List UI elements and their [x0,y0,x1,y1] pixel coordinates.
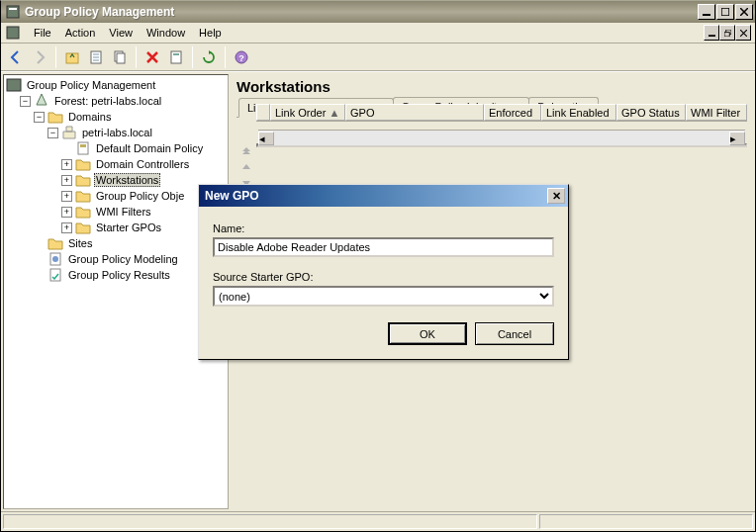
tree-default-policy[interactable]: Default Domain Policy [61,140,228,156]
filter-button[interactable] [165,46,187,68]
menu-view[interactable]: View [102,25,140,41]
mdi-close-button[interactable] [735,25,751,41]
mdi-minimize-button[interactable] [704,25,719,41]
close-button[interactable] [735,4,753,20]
tree-domains[interactable]: − Domains [34,109,228,125]
tree-domain-controllers[interactable]: +Domain Controllers [61,156,228,172]
refresh-button[interactable] [198,46,220,68]
folder-icon [75,204,91,220]
mdi-icon [5,25,21,41]
sites-icon [47,235,63,251]
sort-asc-icon: ▲ [329,107,339,119]
menubar: File Action View Window Help [1,23,755,44]
copy-button[interactable] [109,46,131,68]
menu-action[interactable]: Action [58,25,103,41]
app-icon [5,4,21,20]
col-wmi-filter[interactable]: WMI Filter [686,104,747,121]
properties-button[interactable] [85,46,107,68]
move-up-icon[interactable] [240,161,252,173]
statusbar-main [3,514,537,529]
back-button[interactable] [5,46,27,68]
collapse-icon[interactable]: − [34,112,45,123]
content-title: Workstations [236,78,747,95]
delete-button[interactable] [142,46,163,68]
cancel-button[interactable]: Cancel [475,322,554,345]
dialog-titlebar[interactable]: New GPO ✕ [199,185,568,207]
col-enforced[interactable]: Enforced [484,104,541,121]
scroll-right-button[interactable]: ▸ [729,132,745,145]
svg-rect-12 [171,51,181,63]
svg-rect-0 [7,6,19,18]
expand-icon[interactable]: + [61,207,72,218]
ok-button[interactable]: OK [388,322,467,345]
results-icon [47,267,63,283]
svg-rect-17 [78,142,88,154]
collapse-icon[interactable]: − [47,128,58,138]
svg-point-20 [52,256,58,262]
dialog-title: New GPO [205,189,547,203]
svg-rect-2 [703,14,710,16]
col-icon[interactable] [256,104,270,121]
tree-pane[interactable]: Group Policy Management − Forest: petri-… [3,74,229,509]
help-button[interactable]: ? [231,46,252,68]
ou-icon [75,156,91,172]
domain-icon [61,125,77,140]
forward-button[interactable] [29,46,50,68]
grid-header: Link Order ▲ GPO Enforced Link Enabled G… [256,104,747,122]
statusbar [1,511,755,531]
expand-icon[interactable]: + [61,159,72,170]
col-link-order[interactable]: Link Order ▲ [270,104,345,121]
svg-rect-16 [7,79,21,91]
expand-icon[interactable]: + [61,222,72,233]
window-title: Group Policy Management [25,5,698,19]
menu-window[interactable]: Window [140,25,192,41]
modeling-icon [47,251,63,267]
titlebar: Group Policy Management [1,1,755,23]
tree-forest[interactable]: − Forest: petri-labs.local [20,93,228,109]
svg-text:?: ? [238,53,244,63]
starter-gpo-select[interactable]: (none) [213,286,554,307]
starter-gpo-label: Source Starter GPO: [213,271,554,283]
svg-rect-11 [117,53,125,63]
new-gpo-dialog: New GPO ✕ Name: Source Starter GPO: (non… [198,184,569,360]
svg-rect-3 [721,8,729,16]
svg-rect-5 [709,35,715,37]
grid-body[interactable]: ◂ ▸ [256,143,747,147]
expand-icon[interactable]: + [61,175,72,186]
svg-rect-21 [50,269,60,281]
svg-rect-4 [7,27,19,39]
svg-rect-7 [724,32,729,36]
gpo-icon [75,140,91,156]
horizontal-scrollbar[interactable]: ◂ ▸ [258,130,745,145]
up-button[interactable] [61,46,83,68]
folder-icon [75,188,91,204]
svg-rect-18 [80,144,86,147]
scroll-left-button[interactable]: ◂ [258,132,274,145]
folder-icon [75,220,91,235]
collapse-icon[interactable]: − [20,96,31,107]
move-top-icon[interactable] [240,145,252,157]
expand-icon[interactable]: + [61,191,72,202]
mdi-restore-button[interactable] [719,25,735,41]
menu-file[interactable]: File [27,25,58,41]
tree-root[interactable]: Group Policy Management [6,77,228,93]
tree-domain[interactable]: − petri-labs.local [47,125,228,140]
maximize-button[interactable] [716,4,734,20]
name-input[interactable] [213,237,554,257]
svg-rect-13 [173,53,179,55]
forest-icon [34,93,49,109]
minimize-button[interactable] [698,4,715,20]
folder-icon [47,109,63,125]
col-gpo[interactable]: GPO [345,104,484,121]
dialog-close-button[interactable]: ✕ [547,188,565,204]
console-icon [6,77,22,93]
menu-help[interactable]: Help [192,25,229,41]
svg-rect-1 [9,8,17,10]
col-gpo-status[interactable]: GPO Status [616,104,686,121]
statusbar-aux [539,514,753,529]
name-label: Name: [213,222,554,234]
ou-icon [75,172,91,188]
col-link-enabled[interactable]: Link Enabled [541,104,616,121]
toolbar: ? [1,44,755,71]
